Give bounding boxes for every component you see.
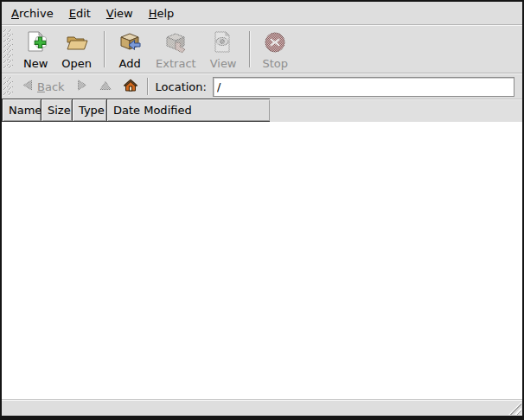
extract-files-icon — [163, 29, 188, 55]
menu-archive[interactable]: Archive — [3, 3, 61, 23]
open-archive-icon — [65, 29, 89, 55]
column-header-size[interactable]: Size — [41, 99, 73, 122]
up-button[interactable] — [93, 78, 118, 96]
menu-view-label: View — [106, 7, 133, 20]
menu-edit[interactable]: Edit — [61, 3, 99, 23]
file-list-header-row: Name Size Type Date Modified — [2, 99, 522, 122]
menubar: Archive Edit View Help — [2, 2, 522, 24]
menu-edit-label: Edit — [69, 7, 91, 20]
column-header-type-label: Type — [79, 104, 105, 117]
menu-help-label: Help — [149, 7, 175, 20]
extract-button[interactable]: Extract — [149, 28, 203, 72]
new-archive-icon — [24, 29, 48, 55]
locationbar-separator — [147, 78, 149, 95]
view-button-label: View — [210, 57, 237, 70]
back-icon — [22, 80, 33, 93]
toolbar: New Open Add — [2, 26, 522, 73]
back-button-label: Back — [37, 80, 65, 93]
open-button-label: Open — [61, 57, 92, 70]
column-header-date-modified-label: Date Modified — [113, 104, 192, 117]
location-label: Location: — [156, 80, 207, 93]
new-button-label: New — [23, 57, 48, 70]
back-button[interactable]: Back — [16, 77, 71, 96]
forward-icon — [77, 80, 87, 93]
toolbar-separator-1 — [104, 31, 105, 67]
add-button-label: Add — [119, 57, 141, 70]
open-button[interactable]: Open — [54, 28, 99, 72]
home-button[interactable] — [118, 76, 144, 97]
up-icon — [99, 80, 112, 93]
forward-button[interactable] — [71, 77, 93, 96]
file-list-view: Name Size Type Date Modified — [2, 99, 522, 399]
home-icon — [124, 79, 137, 94]
menu-help[interactable]: Help — [141, 3, 182, 23]
menu-archive-label: Archive — [11, 7, 54, 20]
stop-button-label: Stop — [263, 57, 289, 70]
extract-button-label: Extract — [156, 57, 196, 70]
add-button[interactable]: Add — [111, 28, 149, 72]
add-files-icon — [118, 29, 142, 55]
column-header-name-label: Name — [9, 104, 42, 117]
menu-view[interactable]: View — [99, 3, 141, 23]
file-list-empty-area[interactable] — [2, 122, 522, 399]
column-header-type[interactable]: Type — [72, 99, 107, 122]
column-header-date-modified[interactable]: Date Modified — [106, 99, 271, 122]
archive-manager-window: Archive Edit View Help New — [0, 0, 524, 420]
toolbar-drag-handle[interactable] — [3, 29, 13, 69]
toolbar-separator-2 — [249, 31, 251, 67]
location-input[interactable] — [213, 77, 514, 97]
column-header-name[interactable]: Name — [2, 99, 42, 122]
view-button[interactable]: View — [203, 28, 244, 72]
view-file-icon — [212, 29, 234, 55]
location-bar: Back Location: — [2, 74, 522, 99]
statusbar — [2, 399, 522, 416]
stop-button[interactable]: Stop — [256, 28, 296, 72]
new-button[interactable]: New — [16, 28, 54, 72]
resize-grip[interactable] — [508, 402, 521, 415]
locationbar-drag-handle[interactable] — [3, 77, 13, 96]
column-header-size-label: Size — [48, 104, 71, 117]
column-header-filler — [270, 99, 522, 122]
stop-icon — [264, 29, 286, 55]
